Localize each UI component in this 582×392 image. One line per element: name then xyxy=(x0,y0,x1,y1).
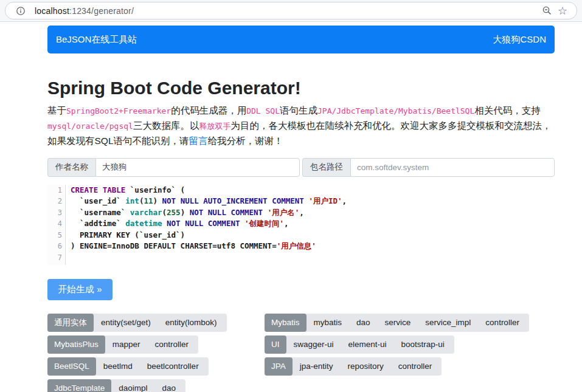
template-chip[interactable]: beetlcontroller xyxy=(140,362,206,371)
description-text: 基于 xyxy=(47,105,66,115)
template-chip[interactable]: jpa-entity xyxy=(293,362,341,371)
description-text: 的代码生成器，用 xyxy=(171,105,246,115)
editor-gutter: 1234567 xyxy=(47,185,66,265)
code-token: PRIMARY KEY (`user_id`) xyxy=(71,230,185,239)
code-token: CREATE TABLE xyxy=(71,185,125,194)
template-group: 通用实体entity(set/get)entity(lombok) xyxy=(47,314,227,332)
brand-link[interactable]: BeJSON在线工具站 xyxy=(56,34,137,46)
line-number: 6 xyxy=(47,241,62,252)
code-token xyxy=(240,219,244,228)
group-leader-chip[interactable]: Mybatis xyxy=(265,314,307,332)
template-chip[interactable]: bootstrap-ui xyxy=(394,340,452,349)
group-leader-chip[interactable]: 通用实体 xyxy=(47,314,94,332)
editor-code[interactable]: CREATE TABLE `userinfo` ( `user_id` int(… xyxy=(66,185,555,265)
csdn-link[interactable]: 大狼狗CSDN xyxy=(493,34,546,46)
code-line: `username` varchar(255) NOT NULL COMMENT… xyxy=(71,207,555,219)
code-token: ( xyxy=(162,208,167,217)
url-host: localhost xyxy=(35,6,69,16)
template-chip[interactable]: entity(set/get) xyxy=(94,318,158,327)
template-chip[interactable]: dao xyxy=(349,318,378,327)
description-text: 相关代码，支持 xyxy=(474,105,541,115)
bookmark-star-icon[interactable]: ☆ xyxy=(555,3,570,19)
template-chip[interactable]: element-ui xyxy=(341,340,394,349)
zoom-out-icon[interactable] xyxy=(539,3,555,19)
code-token: NOT NULL COMMENT xyxy=(167,219,240,228)
address-bar[interactable]: localhost:1234/generator/ ☆ xyxy=(5,2,577,19)
template-chip[interactable]: entity(lombok) xyxy=(158,318,224,327)
group-leader-chip[interactable]: JdbcTemplate xyxy=(47,379,111,392)
groups-left: 通用实体entity(set/get)entity(lombok)Mybatis… xyxy=(47,314,265,392)
code-token: ) xyxy=(153,196,162,205)
code-line: ) ENGINE=InnoDB DEFAULT CHARSET=utf8 COM… xyxy=(71,241,555,252)
description: 基于SpringBoot2+Freemarker的代码生成器，用DDL SQL语… xyxy=(47,103,555,148)
code-token: '用户ID' xyxy=(308,196,342,205)
code-token: 11 xyxy=(144,196,153,205)
description-text: 语句生成 xyxy=(280,105,317,115)
template-chip[interactable]: controller xyxy=(148,340,196,349)
template-chip[interactable]: controller xyxy=(478,318,527,327)
inline-code: JPA/JdbcTemplate/Mybatis/BeetlSQL xyxy=(317,106,474,115)
code-token: '创建时间' xyxy=(244,219,284,228)
template-group: Mybatismybatisdaoserviceservice_implcont… xyxy=(265,314,529,332)
template-chip[interactable]: dao xyxy=(155,383,184,392)
info-icon[interactable] xyxy=(13,3,29,19)
template-chip[interactable]: service xyxy=(378,318,418,327)
code-token: `addtime` xyxy=(71,219,125,228)
code-token: NOT NULL COMMENT xyxy=(190,208,263,217)
code-token: `user_id` xyxy=(71,196,125,205)
code-token: int xyxy=(125,196,139,205)
code-token xyxy=(263,208,268,217)
page-content: BeJSON在线工具站 大狼狗CSDN Spring Boot Code Gen… xyxy=(0,22,582,392)
author-input[interactable] xyxy=(95,158,300,177)
package-label: 包名路径 xyxy=(302,158,350,177)
template-chip[interactable]: mapper xyxy=(105,340,148,349)
group-leader-chip[interactable]: MybatisPlus xyxy=(47,335,105,354)
template-chip[interactable]: controller xyxy=(391,362,440,371)
code-line xyxy=(71,252,555,264)
template-group: UIswagger-uielement-uibootstrap-ui xyxy=(265,335,454,354)
line-number: 2 xyxy=(47,196,62,207)
inline-code: SpringBoot2+Freemarker xyxy=(66,106,171,115)
groups-right: Mybatismybatisdaoserviceservice_implcont… xyxy=(265,314,555,392)
code-token: varchar xyxy=(130,208,162,217)
line-number: 4 xyxy=(47,218,62,230)
code-line: CREATE TABLE `userinfo` ( xyxy=(71,185,555,196)
group-leader-chip[interactable]: UI xyxy=(265,335,286,354)
code-token: , xyxy=(284,219,289,228)
inline-code: 释放双手 xyxy=(199,122,230,131)
template-group: BeetlSQLbeetlmdbeetlcontroller xyxy=(47,357,209,376)
group-leader-chip[interactable]: BeetlSQL xyxy=(47,357,96,376)
template-chip[interactable]: swagger-ui xyxy=(286,340,341,349)
browser-chrome: localhost:1234/generator/ ☆ xyxy=(0,0,582,22)
package-input[interactable] xyxy=(350,158,555,177)
inline-code: mysql/oracle/pgsql xyxy=(47,122,133,131)
inline-code: DDL SQL xyxy=(246,106,280,115)
line-number: 1 xyxy=(47,185,62,196)
template-chip[interactable]: daoimpl xyxy=(111,383,154,392)
code-token: ) xyxy=(181,208,190,217)
template-chip[interactable]: repository xyxy=(341,362,391,371)
template-groups: 通用实体entity(set/get)entity(lombok)Mybatis… xyxy=(47,314,555,392)
url-text: localhost:1234/generator/ xyxy=(35,6,134,16)
sql-editor[interactable]: 1234567 CREATE TABLE `userinfo` ( `user_… xyxy=(47,183,555,267)
generate-button[interactable]: 开始生成 » xyxy=(47,279,113,300)
form-row: 作者名称 包名路径 xyxy=(47,158,555,177)
code-token: datetime xyxy=(125,219,162,228)
message-link[interactable]: 留言 xyxy=(189,136,208,146)
code-token: 255 xyxy=(167,208,181,217)
line-number: 7 xyxy=(47,252,62,264)
line-number: 5 xyxy=(47,230,62,241)
group-leader-chip[interactable]: JPA xyxy=(265,357,293,376)
template-chip[interactable]: beetlmd xyxy=(96,362,140,371)
code-token: '用户信息' xyxy=(277,241,316,250)
code-token: NOT NULL AUTO_INCREMENT COMMENT xyxy=(162,196,304,205)
template-chip[interactable]: service_impl xyxy=(418,318,478,327)
template-group: JPAjpa-entityrepositorycontroller xyxy=(265,357,442,376)
template-group: JdbcTemplatedaoimpldao xyxy=(47,379,185,392)
template-chip[interactable]: mybatis xyxy=(307,318,350,327)
code-token xyxy=(162,219,167,228)
author-label: 作者名称 xyxy=(47,158,95,177)
code-line: `addtime` datetime NOT NULL COMMENT '创建时… xyxy=(71,218,555,230)
url-path: :1234/generator/ xyxy=(69,6,134,16)
top-navbar: BeJSON在线工具站 大狼狗CSDN xyxy=(47,26,555,53)
